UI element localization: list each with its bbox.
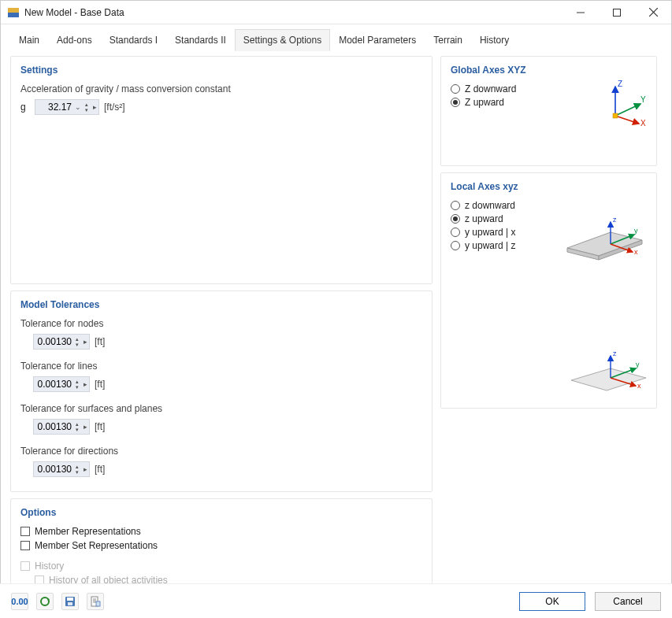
svg-rect-3 (614, 9, 621, 16)
svg-text:y: y (634, 227, 638, 235)
footer-units-button[interactable]: 0.00 (11, 593, 28, 610)
radio-z-downward-label: Z downward (465, 83, 516, 94)
footer-report-button[interactable] (87, 593, 104, 610)
tol-surfaces-input[interactable] (34, 420, 73, 433)
footer-refresh-button[interactable] (36, 593, 54, 610)
radio-local-y-upward-x-label: y upward | x (465, 227, 515, 238)
g-dropdown-icon[interactable]: ⌄ (73, 103, 83, 111)
gravity-label: Acceleration of gravity / mass conversio… (20, 83, 422, 94)
settings-title: Settings (20, 65, 422, 76)
checkbox-icon (20, 541, 30, 550)
svg-rect-37 (96, 601, 100, 606)
footer: 0.00 OK Cancel (0, 583, 672, 618)
tol-nodes-spinbox[interactable]: ▴▾ ▸ (33, 334, 90, 350)
tol-directions-unit: [ft] (95, 464, 105, 475)
radio-local-y-upward-z-label: y upward | z (465, 240, 515, 251)
window-maximize-button[interactable] (599, 1, 635, 24)
svg-text:X: X (640, 119, 646, 128)
tol-directions-slide-icon[interactable]: ▸ (81, 465, 89, 473)
tol-directions-stepper[interactable]: ▴▾ (73, 464, 81, 475)
tab-terrain[interactable]: Terrain (425, 29, 471, 51)
tol-lines-label: Tolerance for lines (20, 361, 422, 372)
g-input[interactable] (35, 101, 73, 113)
tolerances-panel: Model Tolerances Tolerance for nodes ▴▾ … (10, 290, 433, 492)
checkbox-icon (20, 527, 30, 536)
g-spinbox[interactable]: ⌄ ▴▾ ▸ (35, 99, 99, 115)
tab-standards-1[interactable]: Standards I (101, 29, 166, 51)
check-memberset-rep[interactable]: Member Set Representations (20, 540, 422, 551)
tab-bar: Main Add-ons Standards I Standards II Se… (1, 24, 671, 51)
svg-text:x: x (637, 382, 641, 390)
titlebar: New Model - Base Data (1, 1, 671, 24)
svg-rect-0 (8, 13, 19, 17)
tab-main[interactable]: Main (10, 29, 48, 51)
radio-local-z-upward-label: z upward (465, 213, 503, 224)
svg-marker-22 (571, 368, 646, 390)
tol-surfaces-label: Tolerance for surfaces and planes (20, 403, 422, 414)
check-member-rep[interactable]: Member Representations (20, 526, 422, 537)
tab-settings-options[interactable]: Settings & Options (235, 29, 330, 51)
svg-rect-32 (68, 602, 72, 605)
radio-icon (451, 84, 460, 94)
global-axes-panel: Global Axes XYZ Z downward Z upward Z Y … (440, 56, 657, 166)
tol-lines-spinbox[interactable]: ▴▾ ▸ (33, 376, 90, 392)
tab-model-parameters[interactable]: Model Parameters (330, 29, 425, 51)
local-axes-plane-figure: z y x (563, 345, 650, 400)
ok-button[interactable]: OK (519, 592, 585, 611)
checkbox-icon (20, 561, 30, 571)
tol-surfaces-spinbox[interactable]: ▴▾ ▸ (33, 419, 90, 435)
g-unit: [ft/s²] (104, 102, 125, 113)
settings-panel: Settings Acceleration of gravity / mass … (10, 56, 433, 284)
window-minimize-button[interactable] (562, 1, 599, 24)
tol-lines-input[interactable] (34, 378, 73, 390)
radio-icon (451, 228, 460, 237)
tol-directions-label: Tolerance for directions (20, 446, 422, 457)
svg-text:z: z (613, 350, 617, 357)
radio-local-z-downward-label: z downward (465, 200, 515, 211)
tol-nodes-label: Tolerance for nodes (20, 318, 422, 329)
options-title: Options (20, 507, 422, 518)
svg-text:z: z (613, 216, 617, 224)
global-axes-title: Global Axes XYZ (451, 65, 647, 76)
local-axes-beam-figure: z y x (563, 213, 650, 268)
g-stepper[interactable]: ▴▾ (83, 102, 91, 113)
tol-nodes-unit: [ft] (95, 336, 105, 347)
tol-surfaces-stepper[interactable]: ▴▾ (73, 421, 81, 432)
tol-directions-input[interactable] (34, 463, 73, 476)
radio-icon (451, 201, 460, 210)
tolerances-title: Model Tolerances (20, 299, 422, 310)
tol-nodes-slide-icon[interactable]: ▸ (81, 338, 89, 346)
tab-addons[interactable]: Add-ons (48, 29, 101, 51)
svg-rect-1 (8, 8, 19, 13)
window-close-button[interactable] (635, 1, 671, 24)
window-title: New Model - Base Data (24, 7, 562, 18)
svg-rect-9 (613, 113, 618, 118)
tab-standards-2[interactable]: Standards II (166, 29, 235, 51)
tab-history[interactable]: History (471, 29, 518, 51)
radio-icon (451, 98, 460, 107)
footer-save-button[interactable] (61, 593, 79, 610)
tol-directions-spinbox[interactable]: ▴▾ ▸ (33, 461, 90, 477)
tol-lines-stepper[interactable]: ▴▾ (73, 379, 81, 390)
check-member-rep-label: Member Representations (35, 526, 141, 537)
tol-lines-slide-icon[interactable]: ▸ (81, 380, 89, 388)
tol-nodes-stepper[interactable]: ▴▾ (73, 336, 81, 347)
svg-text:Z: Z (618, 80, 622, 88)
radio-icon (451, 241, 460, 250)
local-axes-title: Local Axes xyz (451, 181, 647, 192)
svg-rect-31 (67, 598, 73, 601)
tol-surfaces-unit: [ft] (95, 421, 105, 432)
radio-local-z-downward[interactable]: z downward (451, 200, 647, 211)
app-icon (7, 6, 20, 19)
svg-line-8 (615, 116, 639, 124)
radio-icon (451, 214, 460, 224)
tol-lines-unit: [ft] (95, 379, 105, 390)
check-memberset-rep-label: Member Set Representations (35, 540, 158, 551)
svg-text:x: x (634, 248, 638, 256)
check-history: History (20, 561, 422, 572)
tol-nodes-input[interactable] (34, 335, 73, 348)
tol-surfaces-slide-icon[interactable]: ▸ (81, 423, 89, 431)
global-axes-figure: Z Y X (600, 80, 647, 128)
g-slide-icon[interactable]: ▸ (91, 103, 98, 111)
cancel-button[interactable]: Cancel (595, 592, 661, 611)
